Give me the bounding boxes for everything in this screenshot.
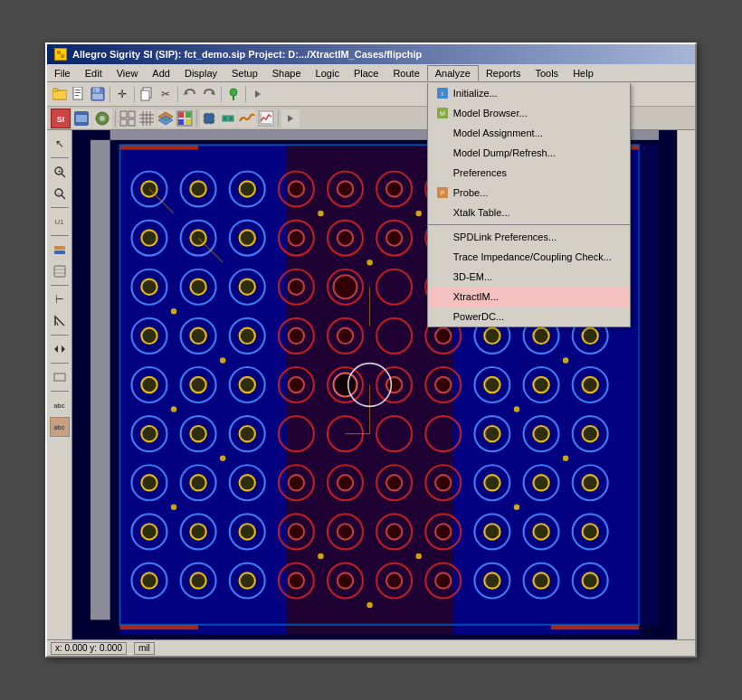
tb-save[interactable]: [89, 85, 107, 103]
menu-trace-impedance[interactable]: Trace Impedance/Coupling Check...: [428, 247, 630, 267]
menu-setup[interactable]: Setup: [224, 64, 265, 81]
left-btn-zoom-out[interactable]: -: [50, 184, 70, 203]
menu-xtalk-table[interactable]: Xtalk Table...: [428, 203, 630, 222]
tb-r1[interactable]: SI: [51, 109, 71, 128]
left-btn-abc1[interactable]: abc: [50, 395, 70, 415]
svg-rect-74: [54, 251, 65, 254]
tb-cut[interactable]: ✂: [157, 85, 175, 103]
menu-powerdc[interactable]: PowerDC...: [428, 307, 630, 326]
menu-reports[interactable]: Reports: [479, 64, 528, 81]
svg-point-173: [289, 377, 304, 393]
tb-open-folder[interactable]: [51, 85, 69, 103]
svg-point-215: [435, 475, 451, 490]
tb-color[interactable]: [176, 109, 194, 128]
svg-point-239: [533, 524, 548, 539]
svg-point-205: [190, 475, 205, 490]
tb-pin[interactable]: [224, 85, 243, 103]
left-sep-4: [51, 285, 69, 286]
left-btn-layers-2[interactable]: [50, 261, 70, 281]
svg-marker-80: [54, 345, 58, 353]
menu-place[interactable]: Place: [347, 64, 386, 81]
menu-file[interactable]: File: [47, 64, 78, 81]
left-btn-zoom-in[interactable]: +: [50, 162, 70, 182]
left-btn-abc2[interactable]: abc: [50, 417, 70, 437]
svg-point-235: [435, 524, 451, 539]
svg-point-33: [100, 116, 105, 121]
menu-shape[interactable]: Shape: [265, 64, 309, 81]
menu-route[interactable]: Route: [385, 64, 426, 81]
tb-wave[interactable]: [238, 109, 256, 128]
svg-point-171: [240, 377, 255, 393]
menu-add[interactable]: Add: [145, 64, 177, 81]
tb-open-file[interactable]: [70, 85, 88, 103]
tb-arrow-right[interactable]: [281, 109, 300, 128]
svg-point-62: [229, 117, 233, 120]
left-btn-select[interactable]: ↖: [50, 134, 70, 154]
tb-r3[interactable]: [92, 109, 112, 128]
svg-point-262: [171, 308, 176, 314]
menu-3dem[interactable]: 3D-EM...: [428, 267, 630, 287]
powerdc-icon: [435, 309, 450, 324]
tb-grid2[interactable]: [138, 109, 156, 128]
left-sep-3: [51, 235, 69, 236]
tb-layers[interactable]: [157, 109, 175, 128]
menu-model-dump[interactable]: Model Dump/Refresh...: [428, 143, 630, 163]
menu-model-assignment[interactable]: Model Assignment...: [428, 123, 630, 143]
tb-redo[interactable]: [200, 85, 218, 103]
svg-point-97: [338, 181, 353, 196]
left-btn-angle[interactable]: [50, 311, 70, 331]
tb-move[interactable]: ✛: [113, 85, 131, 103]
tb-sep-7: [196, 110, 197, 127]
svg-point-272: [318, 211, 323, 216]
tb-sep-4: [221, 86, 222, 102]
svg-point-223: [141, 524, 157, 539]
menu-preferences[interactable]: Preferences: [428, 163, 630, 183]
title-bar: Allegro Sigrity SI (SIP): fct_demo.sip P…: [47, 44, 695, 64]
svg-point-91: [190, 181, 205, 196]
tb-chip[interactable]: [200, 109, 218, 128]
menu-display[interactable]: Display: [177, 64, 224, 81]
tb-grid1[interactable]: [119, 109, 137, 128]
right-panel: [677, 130, 695, 639]
probe-icon: P: [435, 185, 450, 200]
menu-logic[interactable]: Logic: [309, 64, 347, 81]
tb-analysis[interactable]: [257, 109, 275, 128]
menu-spdlink[interactable]: SPDLink Preferences...: [428, 227, 630, 247]
left-btn-measure[interactable]: ⊢: [50, 289, 70, 309]
left-btn-layers-1[interactable]: [50, 240, 70, 260]
tb-r2[interactable]: [71, 109, 91, 128]
tb-copy[interactable]: [138, 85, 156, 103]
menu-tools[interactable]: Tools: [528, 64, 566, 81]
tb-undo[interactable]: [181, 85, 199, 103]
svg-point-270: [563, 455, 568, 460]
tb-chip2[interactable]: [219, 109, 237, 128]
menu-analyze[interactable]: Analyze: [427, 65, 479, 81]
svg-point-189: [190, 426, 205, 441]
svg-point-213: [386, 475, 402, 490]
svg-point-237: [484, 524, 499, 539]
svg-marker-81: [62, 345, 65, 353]
svg-point-277: [415, 553, 421, 559]
svg-point-93: [240, 181, 255, 196]
menu-view[interactable]: View: [109, 64, 146, 81]
svg-point-154: [289, 328, 304, 344]
menu-probe[interactable]: P Probe...: [428, 183, 630, 203]
svg-rect-13: [75, 92, 81, 93]
left-sep-5: [51, 335, 69, 336]
xtalk-icon: [435, 205, 450, 220]
left-btn-double-arrow[interactable]: [50, 339, 70, 359]
analyze-dropdown: i Initialize... M Model Browser...: [427, 83, 631, 327]
menu-initialize[interactable]: i Initialize...: [428, 83, 630, 103]
svg-point-167: [141, 377, 157, 393]
main-window: Allegro Sigrity SI (SIP): fct_demo.sip P…: [45, 43, 697, 657]
menu-help[interactable]: Help: [566, 64, 601, 81]
svg-text:SI: SI: [57, 115, 65, 124]
svg-point-231: [338, 524, 353, 539]
left-btn-ui1[interactable]: U1: [50, 212, 70, 232]
menu-xtractim[interactable]: XtractIM...: [428, 287, 630, 307]
tb-extra-right[interactable]: [249, 85, 267, 103]
svg-point-243: [141, 572, 157, 588]
menu-model-browser[interactable]: M Model Browser...: [428, 103, 630, 123]
left-btn-rect[interactable]: [50, 367, 70, 387]
menu-edit[interactable]: Edit: [78, 64, 109, 81]
